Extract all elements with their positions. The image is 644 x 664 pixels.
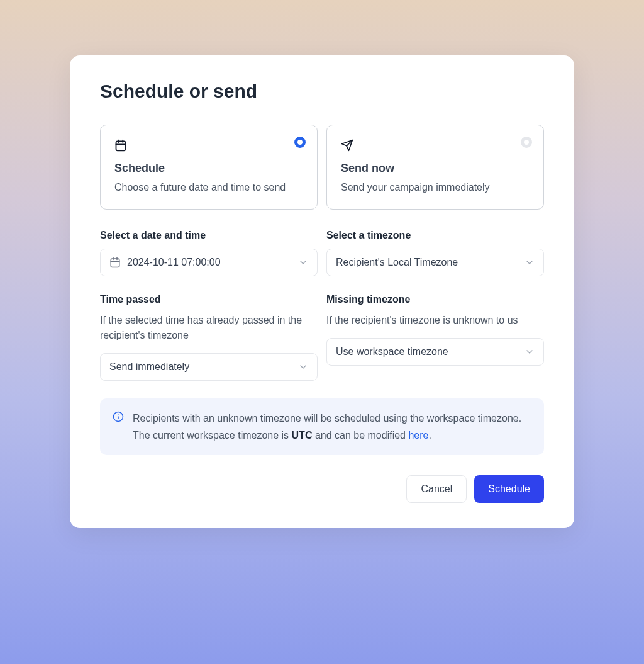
time-passed-value: Send immediately [109, 361, 298, 373]
time-passed-select[interactable]: Send immediately [100, 353, 318, 381]
cancel-button[interactable]: Cancel [406, 475, 467, 503]
field-datetime: Select a date and time 2024-10-11 07:00:… [100, 230, 318, 276]
field-timezone: Select a timezone Recipient's Local Time… [326, 230, 544, 276]
option-schedule-title: Schedule [114, 162, 303, 175]
option-send-now-desc: Send your campaign immediately [341, 180, 530, 195]
datetime-picker[interactable]: 2024-10-11 07:00:00 [100, 249, 318, 276]
svg-rect-0 [116, 141, 126, 150]
schedule-button[interactable]: Schedule [474, 475, 544, 503]
form-row-1: Select a date and time 2024-10-11 07:00:… [100, 230, 544, 276]
option-send-now-title: Send now [341, 162, 530, 175]
field-missing-timezone: Missing timezone If the recipient's time… [326, 294, 544, 381]
option-send-now[interactable]: Send now Send your campaign immediately [326, 125, 544, 210]
option-send-now-radio[interactable] [521, 137, 532, 148]
timezone-value: Recipient's Local Timezone [336, 257, 525, 268]
alert-middle: and can be modified [312, 430, 408, 441]
dialog-actions: Cancel Schedule [100, 475, 544, 503]
info-alert-text: Recipients with an unknown timezone will… [133, 410, 531, 444]
chevron-down-icon [525, 257, 535, 267]
chevron-down-icon [525, 347, 535, 357]
alert-link[interactable]: here [408, 430, 428, 441]
info-icon [113, 411, 124, 425]
dialog-title: Schedule or send [100, 81, 544, 102]
option-schedule[interactable]: Schedule Choose a future date and time t… [100, 125, 318, 210]
missing-timezone-label: Missing timezone [326, 294, 544, 305]
schedule-dialog: Schedule or send Schedule Choose a futur… [70, 55, 574, 528]
page-background: Schedule or send Schedule Choose a futur… [15, 15, 629, 568]
timezone-label: Select a timezone [326, 230, 544, 241]
option-schedule-radio[interactable] [294, 137, 306, 148]
svg-rect-6 [111, 259, 119, 267]
time-passed-label: Time passed [100, 294, 318, 305]
time-passed-help: If the selected time has already passed … [100, 313, 318, 343]
alert-timezone: UTC [292, 430, 313, 441]
datetime-value: 2024-10-11 07:00:00 [127, 257, 298, 268]
timezone-select[interactable]: Recipient's Local Timezone [326, 249, 544, 276]
datetime-label: Select a date and time [100, 230, 318, 241]
form-row-2: Time passed If the selected time has alr… [100, 294, 544, 381]
option-schedule-desc: Choose a future date and time to send [114, 180, 303, 195]
missing-timezone-help: If the recipient's timezone is unknown t… [326, 313, 544, 328]
missing-timezone-select[interactable]: Use workspace timezone [326, 338, 544, 366]
chevron-down-icon [298, 362, 308, 372]
send-options: Schedule Choose a future date and time t… [100, 125, 544, 210]
calendar-icon [114, 139, 303, 153]
chevron-down-icon [298, 257, 308, 267]
alert-suffix: . [428, 430, 431, 441]
send-icon [341, 139, 530, 153]
missing-timezone-value: Use workspace timezone [336, 346, 525, 357]
calendar-icon [109, 257, 121, 268]
field-time-passed: Time passed If the selected time has alr… [100, 294, 318, 381]
timezone-info-alert: Recipients with an unknown timezone will… [100, 398, 544, 455]
